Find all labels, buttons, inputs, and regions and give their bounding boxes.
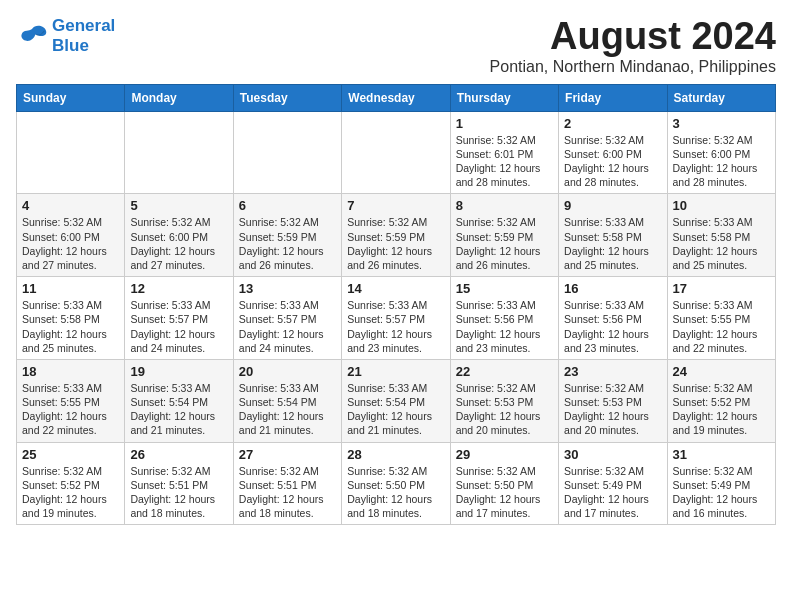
day-number: 23 [564,364,661,379]
day-info: Sunrise: 5:33 AMSunset: 5:54 PMDaylight:… [347,381,444,438]
day-cell: 23Sunrise: 5:32 AMSunset: 5:53 PMDayligh… [559,359,667,442]
day-cell: 2Sunrise: 5:32 AMSunset: 6:00 PMDaylight… [559,111,667,194]
day-number: 4 [22,198,119,213]
day-number: 8 [456,198,553,213]
day-number: 10 [673,198,770,213]
day-info: Sunrise: 5:32 AMSunset: 5:53 PMDaylight:… [456,381,553,438]
day-cell: 18Sunrise: 5:33 AMSunset: 5:55 PMDayligh… [17,359,125,442]
day-cell: 31Sunrise: 5:32 AMSunset: 5:49 PMDayligh… [667,442,775,525]
day-cell: 20Sunrise: 5:33 AMSunset: 5:54 PMDayligh… [233,359,341,442]
day-cell: 5Sunrise: 5:32 AMSunset: 6:00 PMDaylight… [125,194,233,277]
day-cell: 6Sunrise: 5:32 AMSunset: 5:59 PMDaylight… [233,194,341,277]
day-number: 9 [564,198,661,213]
day-cell: 22Sunrise: 5:32 AMSunset: 5:53 PMDayligh… [450,359,558,442]
week-row-5: 25Sunrise: 5:32 AMSunset: 5:52 PMDayligh… [17,442,776,525]
day-info: Sunrise: 5:33 AMSunset: 5:55 PMDaylight:… [22,381,119,438]
day-cell [125,111,233,194]
day-number: 2 [564,116,661,131]
day-cell: 12Sunrise: 5:33 AMSunset: 5:57 PMDayligh… [125,277,233,360]
day-cell: 15Sunrise: 5:33 AMSunset: 5:56 PMDayligh… [450,277,558,360]
day-cell: 14Sunrise: 5:33 AMSunset: 5:57 PMDayligh… [342,277,450,360]
day-header-sunday: Sunday [17,84,125,111]
day-number: 24 [673,364,770,379]
day-number: 30 [564,447,661,462]
day-number: 28 [347,447,444,462]
day-info: Sunrise: 5:33 AMSunset: 5:54 PMDaylight:… [239,381,336,438]
title-block: August 2024 Pontian, Northern Mindanao, … [490,16,776,76]
day-info: Sunrise: 5:33 AMSunset: 5:58 PMDaylight:… [673,215,770,272]
day-cell: 28Sunrise: 5:32 AMSunset: 5:50 PMDayligh… [342,442,450,525]
day-number: 18 [22,364,119,379]
day-header-thursday: Thursday [450,84,558,111]
day-info: Sunrise: 5:32 AMSunset: 5:59 PMDaylight:… [456,215,553,272]
calendar-header-row: SundayMondayTuesdayWednesdayThursdayFrid… [17,84,776,111]
day-number: 14 [347,281,444,296]
day-info: Sunrise: 5:32 AMSunset: 5:49 PMDaylight:… [564,464,661,521]
day-cell: 1Sunrise: 5:32 AMSunset: 6:01 PMDaylight… [450,111,558,194]
day-info: Sunrise: 5:32 AMSunset: 5:49 PMDaylight:… [673,464,770,521]
day-cell: 26Sunrise: 5:32 AMSunset: 5:51 PMDayligh… [125,442,233,525]
day-cell: 24Sunrise: 5:32 AMSunset: 5:52 PMDayligh… [667,359,775,442]
day-number: 19 [130,364,227,379]
month-title: August 2024 [490,16,776,58]
day-cell: 9Sunrise: 5:33 AMSunset: 5:58 PMDaylight… [559,194,667,277]
day-info: Sunrise: 5:32 AMSunset: 5:53 PMDaylight:… [564,381,661,438]
day-header-monday: Monday [125,84,233,111]
day-number: 15 [456,281,553,296]
day-cell: 19Sunrise: 5:33 AMSunset: 5:54 PMDayligh… [125,359,233,442]
day-cell: 17Sunrise: 5:33 AMSunset: 5:55 PMDayligh… [667,277,775,360]
day-info: Sunrise: 5:32 AMSunset: 6:00 PMDaylight:… [564,133,661,190]
page-header: General Blue August 2024 Pontian, Northe… [16,16,776,76]
day-cell [342,111,450,194]
day-info: Sunrise: 5:32 AMSunset: 6:00 PMDaylight:… [22,215,119,272]
day-cell: 21Sunrise: 5:33 AMSunset: 5:54 PMDayligh… [342,359,450,442]
day-info: Sunrise: 5:33 AMSunset: 5:58 PMDaylight:… [564,215,661,272]
day-info: Sunrise: 5:32 AMSunset: 6:00 PMDaylight:… [673,133,770,190]
day-number: 16 [564,281,661,296]
day-number: 17 [673,281,770,296]
day-cell [17,111,125,194]
day-number: 29 [456,447,553,462]
day-info: Sunrise: 5:32 AMSunset: 5:52 PMDaylight:… [673,381,770,438]
day-info: Sunrise: 5:32 AMSunset: 5:50 PMDaylight:… [347,464,444,521]
week-row-1: 1Sunrise: 5:32 AMSunset: 6:01 PMDaylight… [17,111,776,194]
day-cell: 7Sunrise: 5:32 AMSunset: 5:59 PMDaylight… [342,194,450,277]
day-info: Sunrise: 5:33 AMSunset: 5:57 PMDaylight:… [347,298,444,355]
day-number: 1 [456,116,553,131]
day-info: Sunrise: 5:32 AMSunset: 6:01 PMDaylight:… [456,133,553,190]
day-number: 20 [239,364,336,379]
day-number: 6 [239,198,336,213]
day-info: Sunrise: 5:32 AMSunset: 5:51 PMDaylight:… [130,464,227,521]
day-number: 11 [22,281,119,296]
day-info: Sunrise: 5:33 AMSunset: 5:54 PMDaylight:… [130,381,227,438]
day-cell: 11Sunrise: 5:33 AMSunset: 5:58 PMDayligh… [17,277,125,360]
day-cell: 16Sunrise: 5:33 AMSunset: 5:56 PMDayligh… [559,277,667,360]
week-row-4: 18Sunrise: 5:33 AMSunset: 5:55 PMDayligh… [17,359,776,442]
day-cell: 8Sunrise: 5:32 AMSunset: 5:59 PMDaylight… [450,194,558,277]
day-info: Sunrise: 5:33 AMSunset: 5:56 PMDaylight:… [456,298,553,355]
day-cell: 4Sunrise: 5:32 AMSunset: 6:00 PMDaylight… [17,194,125,277]
week-row-3: 11Sunrise: 5:33 AMSunset: 5:58 PMDayligh… [17,277,776,360]
day-info: Sunrise: 5:33 AMSunset: 5:55 PMDaylight:… [673,298,770,355]
logo-icon [16,22,48,50]
day-info: Sunrise: 5:33 AMSunset: 5:58 PMDaylight:… [22,298,119,355]
day-number: 25 [22,447,119,462]
day-cell: 25Sunrise: 5:32 AMSunset: 5:52 PMDayligh… [17,442,125,525]
day-number: 5 [130,198,227,213]
day-number: 31 [673,447,770,462]
day-info: Sunrise: 5:32 AMSunset: 5:59 PMDaylight:… [239,215,336,272]
day-number: 21 [347,364,444,379]
day-info: Sunrise: 5:32 AMSunset: 5:50 PMDaylight:… [456,464,553,521]
week-row-2: 4Sunrise: 5:32 AMSunset: 6:00 PMDaylight… [17,194,776,277]
day-number: 22 [456,364,553,379]
day-cell: 30Sunrise: 5:32 AMSunset: 5:49 PMDayligh… [559,442,667,525]
day-info: Sunrise: 5:33 AMSunset: 5:57 PMDaylight:… [239,298,336,355]
day-number: 26 [130,447,227,462]
day-info: Sunrise: 5:32 AMSunset: 6:00 PMDaylight:… [130,215,227,272]
day-number: 12 [130,281,227,296]
day-header-friday: Friday [559,84,667,111]
day-info: Sunrise: 5:33 AMSunset: 5:56 PMDaylight:… [564,298,661,355]
day-info: Sunrise: 5:32 AMSunset: 5:59 PMDaylight:… [347,215,444,272]
day-info: Sunrise: 5:33 AMSunset: 5:57 PMDaylight:… [130,298,227,355]
day-number: 7 [347,198,444,213]
